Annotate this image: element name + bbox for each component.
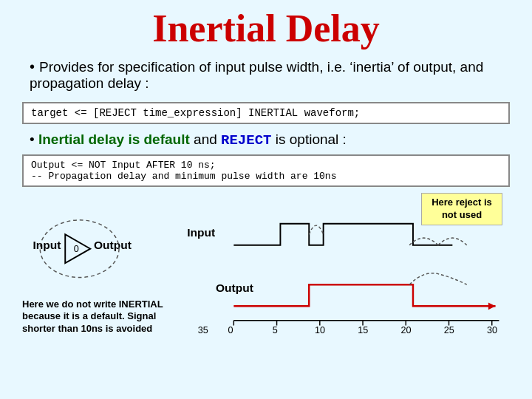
output-wave-label: Output	[216, 282, 253, 294]
svg-marker-3	[488, 303, 496, 310]
input-label: Input	[33, 239, 61, 251]
reject-text: REJECT	[221, 132, 271, 149]
svg-text:35: 35	[198, 325, 208, 335]
svg-text:0: 0	[228, 325, 233, 335]
bullet2: • Inertial delay is default and REJECT i…	[22, 132, 510, 149]
code-block-1: target <= [REJECT time_expression] INERT…	[22, 102, 510, 124]
svg-text:0: 0	[74, 244, 79, 254]
svg-text:20: 20	[400, 325, 411, 335]
optional-text: is optional :	[276, 132, 347, 147]
bullet1: •Provides for specification of input pul…	[22, 58, 510, 92]
slide-title: Inertial Delay	[22, 7, 510, 50]
default-text: Inertial delay is default	[38, 132, 190, 147]
output-label: Output	[94, 239, 132, 251]
and-text: and	[194, 132, 221, 147]
svg-text:15: 15	[358, 325, 368, 335]
input-wave-label: Input	[187, 226, 215, 239]
diagram-area: Here reject is not used Input Output 0 I…	[22, 193, 510, 337]
svg-text:25: 25	[444, 325, 454, 335]
bottom-note: Here we do not write INERTIAL because it…	[22, 299, 185, 336]
svg-text:10: 10	[315, 325, 325, 335]
slide: Inertial Delay •Provides for specificati…	[0, 0, 532, 399]
code-block-2: Output <= NOT Input AFTER 10 ns; -- Prop…	[22, 154, 510, 187]
svg-text:30: 30	[487, 325, 497, 335]
svg-text:5: 5	[273, 325, 278, 335]
